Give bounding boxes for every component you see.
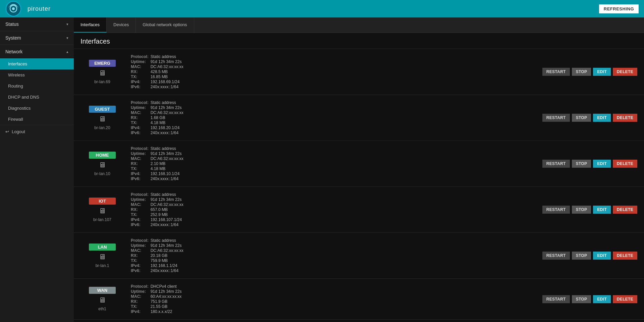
sidebar-header-system[interactable]: System ▾ (0, 31, 74, 45)
stop-button[interactable]: STOP (572, 295, 591, 303)
chevron-down-icon: ▾ (66, 22, 68, 26)
interface-row: WAN 🖥 eth1 Protocol:DHCPv4 client Uptime… (74, 278, 644, 319)
interface-device-name: br-lan.1 (96, 263, 109, 268)
interface-badge-area: LAN 🖥 br-lan.1 (80, 244, 124, 268)
delete-button[interactable]: DELETE (613, 114, 637, 122)
router-name: pirouter (28, 5, 51, 12)
sidebar-item-firewall[interactable]: Firewall (0, 114, 74, 125)
edit-button[interactable]: EDIT (593, 160, 611, 168)
chevron-up-icon: ▴ (66, 50, 68, 54)
sidebar: Status ▾ System ▾ Network ▴ Interfaces W… (0, 17, 74, 322)
tab-global-network[interactable]: Global network options (136, 17, 194, 33)
sidebar-header-status[interactable]: Status ▾ (0, 17, 74, 31)
interface-actions: RESTART STOP EDIT DELETE (542, 295, 637, 303)
logo-area: pirouter (5, 1, 51, 17)
network-device-icon: 🖥 (99, 207, 106, 215)
interface-actions: RESTART STOP EDIT DELETE (542, 114, 637, 122)
delete-button[interactable]: DELETE (613, 295, 637, 303)
logout-label: Logout (12, 129, 25, 134)
interface-row: HOME 🖥 br-lan.10 Protocol:Static address… (74, 141, 644, 186)
interface-row: IOT 🖥 br-lan.107 Protocol:Static address… (74, 186, 644, 232)
stop-button[interactable]: STOP (572, 206, 591, 214)
refresh-button[interactable]: REFRESHING (599, 4, 639, 13)
interface-badge: LAN (89, 244, 116, 251)
edit-button[interactable]: EDIT (593, 252, 611, 260)
interface-badge-area: IOT 🖥 br-lan.107 (80, 198, 124, 222)
interface-badge-area: GUEST 🖥 br-lan.20 (80, 106, 124, 130)
tabs-bar: Interfaces Devices Global network option… (74, 17, 644, 33)
interface-device-name: br-lan.107 (93, 217, 111, 222)
interfaces-list: EMERG 🖥 br-lan.69 Protocol:Static addres… (74, 49, 644, 322)
interface-info: Protocol:DHCPv4 client Uptime:91d 12h 34… (131, 284, 536, 314)
stop-button[interactable]: STOP (572, 68, 591, 76)
delete-button[interactable]: DELETE (613, 206, 637, 214)
sidebar-header-network[interactable]: Network ▴ (0, 45, 74, 58)
restart-button[interactable]: RESTART (542, 295, 570, 303)
interface-info: Protocol:Static address Uptime:91d 12h 3… (131, 146, 536, 181)
interface-badge-area: HOME 🖥 br-lan.10 (80, 152, 124, 176)
edit-button[interactable]: EDIT (593, 206, 611, 214)
stop-button[interactable]: STOP (572, 114, 591, 122)
interface-badge: IOT (89, 198, 116, 205)
svg-point-2 (12, 7, 15, 10)
interface-info: Protocol:Static address Uptime:91d 12h 3… (131, 238, 536, 273)
delete-button[interactable]: DELETE (613, 160, 637, 168)
tab-devices[interactable]: Devices (107, 17, 136, 33)
interface-badge: EMERG (89, 60, 116, 67)
sidebar-item-interfaces[interactable]: Interfaces (0, 58, 74, 69)
interface-device-name: eth1 (98, 307, 106, 311)
interface-row: EMERG 🖥 br-lan.69 Protocol:Static addres… (74, 49, 644, 95)
interface-device-name: br-lan.69 (94, 79, 110, 84)
interface-row: WAN6 🖥 eth1 Protocol:DHCPv6 client Uptim… (74, 319, 644, 322)
network-device-icon: 🖥 (99, 296, 106, 305)
sidebar-item-routing[interactable]: Routing (0, 80, 74, 92)
interface-actions: RESTART STOP EDIT DELETE (542, 68, 637, 76)
tab-interfaces[interactable]: Interfaces (74, 17, 107, 33)
interface-device-name: br-lan.10 (94, 171, 110, 176)
sidebar-section-network: Network ▴ Interfaces Wireless Routing DH… (0, 45, 74, 125)
content-area: Interfaces Devices Global network option… (74, 17, 644, 322)
sidebar-item-dhcp-dns[interactable]: DHCP and DNS (0, 92, 74, 103)
network-device-icon: 🖥 (99, 115, 106, 123)
interface-row: LAN 🖥 br-lan.1 Protocol:Static address U… (74, 232, 644, 278)
openwrt-logo (5, 1, 21, 17)
sidebar-logout[interactable]: ↩ Logout (0, 125, 74, 138)
interface-device-name: br-lan.20 (94, 125, 110, 130)
network-device-icon: 🖥 (99, 69, 106, 77)
interface-info: Protocol:Static address Uptime:91d 12h 3… (131, 54, 536, 89)
restart-button[interactable]: RESTART (542, 206, 570, 214)
stop-button[interactable]: STOP (572, 252, 591, 260)
interface-badge: WAN (89, 287, 116, 294)
edit-button[interactable]: EDIT (593, 68, 611, 76)
stop-button[interactable]: STOP (572, 160, 591, 168)
restart-button[interactable]: RESTART (542, 160, 570, 168)
restart-button[interactable]: RESTART (542, 114, 570, 122)
network-device-icon: 🖥 (99, 161, 106, 169)
delete-button[interactable]: DELETE (613, 252, 637, 260)
interface-info: Protocol:Static address Uptime:91d 12h 3… (131, 100, 536, 135)
sidebar-network-items: Interfaces Wireless Routing DHCP and DNS… (0, 58, 74, 125)
sidebar-item-wireless[interactable]: Wireless (0, 69, 74, 80)
page-title: Interfaces (74, 33, 644, 49)
edit-button[interactable]: EDIT (593, 295, 611, 303)
interface-actions: RESTART STOP EDIT DELETE (542, 206, 637, 214)
sidebar-section-status: Status ▾ (0, 17, 74, 31)
logout-icon: ↩ (5, 129, 9, 134)
interface-badge-area: EMERG 🖥 br-lan.69 (80, 60, 124, 84)
interface-badge: HOME (89, 152, 116, 159)
interface-badge-area: WAN 🖥 eth1 (80, 287, 124, 311)
restart-button[interactable]: RESTART (542, 68, 570, 76)
sidebar-item-diagnostics[interactable]: Diagnostics (0, 103, 74, 114)
chevron-down-icon: ▾ (66, 36, 68, 40)
interface-info: Protocol:Static address Uptime:91d 12h 3… (131, 192, 536, 227)
restart-button[interactable]: RESTART (542, 252, 570, 260)
network-device-icon: 🖥 (99, 253, 106, 261)
main-layout: Status ▾ System ▾ Network ▴ Interfaces W… (0, 17, 644, 322)
interface-badge: GUEST (89, 106, 116, 113)
delete-button[interactable]: DELETE (613, 68, 637, 76)
interface-actions: RESTART STOP EDIT DELETE (542, 252, 637, 260)
edit-button[interactable]: EDIT (593, 114, 611, 122)
interface-row: GUEST 🖥 br-lan.20 Protocol:Static addres… (74, 95, 644, 141)
topbar: pirouter REFRESHING (0, 0, 644, 17)
interface-actions: RESTART STOP EDIT DELETE (542, 160, 637, 168)
